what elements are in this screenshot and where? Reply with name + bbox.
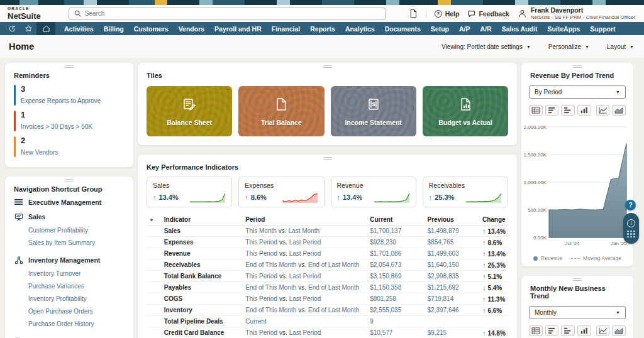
budget-vs-actual-tile[interactable]: Budget vs Actual bbox=[423, 86, 508, 136]
kpi-table-row[interactable]: Payables End of This Monthvs.End of Last… bbox=[147, 282, 508, 293]
help-button[interactable]: ? Help bbox=[435, 10, 460, 18]
cell-current[interactable]: $2,555,035 bbox=[367, 305, 425, 316]
cell-previous[interactable]: $1,640,150 bbox=[425, 259, 480, 271]
balance-sheet-tile[interactable]: Balance Sheet bbox=[147, 86, 232, 136]
cell-current[interactable]: $10,577 bbox=[367, 327, 425, 338]
feedback-button[interactable]: Feedback bbox=[467, 10, 509, 18]
nav-menu-item[interactable]: SuiteApps bbox=[542, 22, 585, 35]
reminder-link[interactable]: New Vendors bbox=[21, 149, 58, 156]
reminder-item[interactable]: 3 Expense Reports to Approve bbox=[5, 85, 133, 106]
bar-list-alt-icon[interactable] bbox=[561, 325, 575, 336]
reminder-item[interactable]: 1 Invoices > 30 Days > 50K bbox=[5, 111, 133, 131]
cell-current[interactable]: $1,150,358 bbox=[367, 282, 425, 293]
legend-revenue[interactable]: Revenue bbox=[533, 255, 562, 261]
kpi-table-row[interactable]: Inventory End of This Monthvs.End of Las… bbox=[147, 305, 508, 316]
income-statement-tile[interactable]: $ Income Statement bbox=[331, 86, 416, 136]
nav-menu-item[interactable]: Sales Audit bbox=[497, 22, 543, 35]
nav-menu-item[interactable]: Activities bbox=[59, 22, 99, 35]
column-header[interactable]: Period bbox=[243, 214, 367, 226]
nav-menu-item[interactable]: Support bbox=[585, 22, 620, 35]
shortcut-group-executive-management[interactable]: Executive Management bbox=[14, 199, 125, 206]
drag-handle-icon[interactable] bbox=[65, 65, 74, 68]
create-document-icon[interactable] bbox=[409, 9, 418, 18]
kpi-table-row[interactable]: Total Bank Balance This Periodvs.Last Pe… bbox=[147, 271, 508, 282]
nav-menu-item[interactable]: Analytics bbox=[340, 22, 380, 35]
nav-menu-item[interactable]: Customers bbox=[129, 22, 174, 35]
layout-dropdown[interactable]: Layout ▼ bbox=[607, 43, 634, 50]
cell-current[interactable]: $2,054,673 bbox=[367, 259, 425, 271]
cell-previous[interactable]: $1,498,879 bbox=[425, 226, 480, 237]
drag-handle-icon[interactable] bbox=[65, 179, 74, 182]
shortcut-link[interactable]: Inventory Profitability bbox=[28, 293, 125, 305]
kpi-table-row[interactable]: Total Pipeline Deals Current 9 bbox=[147, 316, 508, 327]
cell-current[interactable]: 9 bbox=[367, 316, 425, 327]
shortcut-link[interactable]: Open Purchase Orders bbox=[28, 305, 125, 318]
nav-menu-item[interactable]: Documents bbox=[380, 22, 426, 35]
kpi-card-expenses[interactable]: Expenses ↑ 8.6% bbox=[238, 177, 324, 207]
cell-previous[interactable]: $9,215 bbox=[425, 327, 480, 338]
recent-records-icon[interactable] bbox=[4, 22, 20, 35]
nav-menu-item[interactable]: Financial bbox=[267, 22, 306, 35]
column-header[interactable]: Change bbox=[480, 214, 508, 226]
shortcut-link[interactable]: Sales by Item Summary bbox=[28, 237, 125, 249]
nav-menu-item[interactable]: Setup bbox=[426, 22, 454, 35]
bar-list-icon[interactable] bbox=[545, 325, 559, 336]
home-tab[interactable] bbox=[36, 22, 55, 35]
column-header[interactable]: Current bbox=[367, 214, 425, 226]
cell-current[interactable]: $1,700,137 bbox=[367, 226, 425, 237]
drag-handle-icon[interactable] bbox=[573, 65, 582, 68]
shortcut-link[interactable]: Purchase Order History bbox=[28, 318, 125, 330]
viewing-dropdown[interactable]: Viewing: Portlet date settings ▼ bbox=[441, 43, 531, 50]
cell-previous[interactable]: $2,397,646 bbox=[425, 305, 480, 316]
nav-menu-item[interactable]: Payroll and HR bbox=[209, 22, 267, 35]
trial-balance-tile[interactable]: Trial Balance bbox=[238, 86, 324, 136]
table-options-caret-icon[interactable]: ▼ bbox=[149, 217, 154, 223]
table-view-icon[interactable] bbox=[529, 325, 543, 336]
area-chart-icon[interactable] bbox=[612, 325, 626, 336]
reminder-item[interactable]: 2 New Vendors bbox=[5, 136, 133, 157]
kpi-table-row[interactable]: Credit Card Balance This Periodvs.Last P… bbox=[147, 327, 508, 338]
kpi-table-row[interactable]: Sales This Monthvs.Last Month $1,700,137… bbox=[147, 226, 508, 237]
search-input[interactable] bbox=[85, 10, 380, 17]
column-header[interactable]: Previous bbox=[425, 214, 480, 226]
help-fab-button[interactable]: ? bbox=[625, 200, 636, 210]
cell-previous[interactable]: $2,998,835 bbox=[425, 271, 480, 282]
kpi-table-row[interactable]: Revenue This Periodvs.Last Period $1,701… bbox=[147, 248, 508, 259]
shortcuts-star-icon[interactable] bbox=[20, 22, 36, 35]
column-chart-icon[interactable] bbox=[577, 325, 591, 336]
kpi-card-sales[interactable]: Sales ↑ 13.4% bbox=[147, 177, 232, 207]
cell-previous[interactable]: $1,215,692 bbox=[425, 282, 480, 293]
column-chart-icon[interactable] bbox=[577, 105, 591, 116]
cell-previous[interactable] bbox=[425, 316, 480, 327]
monthly-select[interactable]: Monthly ▼ bbox=[529, 306, 626, 319]
nav-menu-item[interactable]: A/P bbox=[454, 22, 475, 35]
shortcut-link[interactable]: Inventory Turnover bbox=[28, 268, 125, 280]
netsuite-logo[interactable]: ORACLE NetSuite bbox=[8, 7, 41, 20]
cell-current[interactable]: $3,150,869 bbox=[367, 271, 425, 282]
drag-handle-icon[interactable] bbox=[573, 278, 582, 281]
drag-handle-icon[interactable] bbox=[323, 157, 332, 160]
cell-current[interactable]: $928,230 bbox=[367, 237, 425, 248]
area-chart-icon[interactable] bbox=[612, 105, 626, 116]
cell-current[interactable]: $801,258 bbox=[367, 293, 425, 305]
reminder-link[interactable]: Invoices > 30 Days > 50K bbox=[21, 123, 92, 130]
nav-menu-item[interactable]: Reports bbox=[305, 22, 340, 35]
kpi-card-revenue[interactable]: Revenue ↑ 13.4% bbox=[331, 177, 416, 207]
cell-current[interactable]: $1,701,086 bbox=[367, 248, 425, 259]
user-menu[interactable]: Frank Davenport NetSuite - SS FF PRM - C… bbox=[518, 6, 635, 20]
line-chart-icon[interactable] bbox=[596, 325, 610, 336]
column-header[interactable]: Indicator bbox=[162, 214, 243, 226]
nav-menu-item[interactable]: Billing bbox=[99, 22, 129, 35]
shortcut-link[interactable]: Customer Profitability bbox=[28, 224, 125, 237]
shortcut-group-inventory-management[interactable]: Inventory Management bbox=[14, 256, 125, 264]
assistant-fab-button[interactable]: i bbox=[623, 213, 639, 244]
revenue-trend-chart[interactable]: 2,000.00K1,500.00K1,000.00K500.00K0.00KJ… bbox=[524, 121, 631, 254]
table-view-icon[interactable] bbox=[529, 105, 543, 116]
bar-list-icon[interactable] bbox=[545, 105, 559, 116]
shortcut-group-sales[interactable]: Sales bbox=[14, 213, 125, 221]
cell-previous[interactable]: $854,765 bbox=[425, 237, 480, 248]
nav-menu-item[interactable]: Vendors bbox=[174, 22, 209, 35]
kpi-table-row[interactable]: Expenses This Periodvs.Last Period $928,… bbox=[147, 237, 508, 248]
cell-previous[interactable]: $1,499,603 bbox=[425, 248, 480, 259]
line-chart-icon[interactable] bbox=[596, 105, 610, 116]
